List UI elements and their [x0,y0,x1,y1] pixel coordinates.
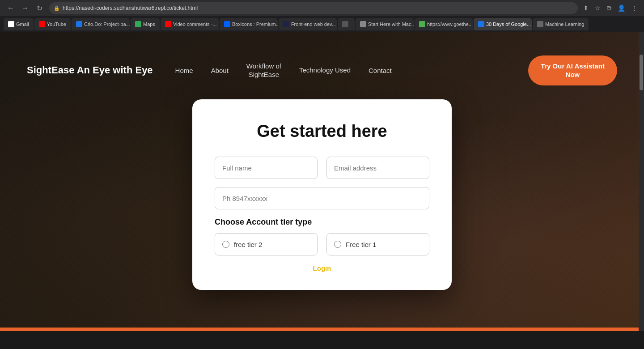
lock-icon: 🔒 [54,5,60,11]
tab-mac[interactable]: Start Here with Mac... [356,18,414,30]
tab-mdn-label: Front-end web dev... [291,21,336,27]
cta-line2: Now [566,71,580,78]
nav-links: Home About Workflow of SightEase Technol… [175,62,528,79]
tab-globe[interactable] [338,18,355,30]
nav-workflow-line2: SightEase [249,70,279,79]
navbar: SightEase An Eye with Eye Home About Wor… [0,50,644,90]
tab-machine[interactable]: Machine Learning [533,18,589,30]
nav-contact[interactable]: Contact [369,67,392,74]
favicon-mac [360,21,366,27]
phone-input[interactable] [215,187,429,209]
tab-youtube[interactable]: YouTube [34,18,71,30]
form-card-wrapper: Get started here Choose Account tier typ… [0,90,644,290]
site-logo: SightEase An Eye with Eye [27,64,153,76]
email-input[interactable] [326,157,429,179]
tab-google30-label: 30 Days of Google... [486,21,531,27]
footer-bar [0,328,644,331]
profile-icon[interactable]: 👤 [616,4,627,13]
tier-option-2[interactable]: Free tier 1 [326,233,429,255]
favicon-crio [76,21,82,27]
favicon-youtube [39,21,45,27]
favicon-maps [135,21,141,27]
forward-button[interactable]: → [19,2,31,14]
browser-chrome: ← → ↻ 🔒 https://nasedi-coders.sudhanshut… [0,0,644,32]
tier-label-1: free tier 2 [234,241,262,248]
tier-options: free tier 2 Free tier 1 [215,233,429,255]
favicon-mdn [283,21,289,27]
more-icon[interactable]: ⋮ [630,4,640,13]
address-bar[interactable]: 🔒 https://nasedi-coders.sudhanshutiwar6.… [49,2,578,14]
tab-machine-label: Machine Learning [545,21,584,27]
nav-about[interactable]: About [211,67,229,74]
toolbar-actions: ⬆ ☆ ⧉ 👤 ⋮ [581,4,640,13]
tab-video[interactable]: Video comments -... [161,18,219,30]
tab-crio[interactable]: Crio.Do: Project-ba... [72,18,130,30]
tab-gmail[interactable]: Gmail [4,18,34,30]
tier-radio-1[interactable] [222,241,229,248]
tab-boxicons[interactable]: Boxicons : Premium... [220,18,278,30]
login-link[interactable]: Login [215,264,429,272]
tab-crio-label: Crio.Do: Project-ba... [84,21,130,27]
fullname-input[interactable] [215,157,318,179]
favicon-google30 [478,21,484,27]
tier-option-1[interactable]: free tier 2 [215,233,318,255]
back-button[interactable]: ← [4,2,17,14]
scrollbar[interactable] [639,32,644,331]
scrollbar-thumb[interactable] [640,55,643,90]
tier-radio-2[interactable] [334,241,341,248]
tab-youtube-label: YouTube [47,21,66,27]
tab-video-label: Video comments -... [173,21,217,27]
form-card: Get started here Choose Account tier typ… [192,99,452,290]
tab-maps-label: Maps [143,21,155,27]
tab-boxicons-label: Boxicons : Premium... [232,21,278,27]
tab-mac-label: Start Here with Mac... [368,21,414,27]
cta-button[interactable]: Try Our AI Assistant Now [528,55,617,85]
favicon-globe [342,21,348,27]
nav-tech-line1: Technology Used [299,66,351,75]
site-wrapper: 👤 Welcome to SightEase SightEase An Eye … [0,32,644,331]
cta-line1: Try Our AI Assistant [541,62,605,70]
nav-home[interactable]: Home [175,67,193,74]
favicon-machine [537,21,543,27]
nav-workflow[interactable]: Workflow of SightEase [246,62,281,79]
tab-goethe[interactable]: https://www.goethe... [415,18,473,30]
nav-workflow-line1: Workflow of [246,62,281,71]
extensions-icon[interactable]: ⧉ [605,4,613,13]
tab-gmail-label: Gmail [16,21,29,27]
form-row-phone [215,187,429,209]
favicon-boxicons [224,21,230,27]
tabs-bar: Gmail YouTube Crio.Do: Project-ba... Map… [0,16,644,32]
browser-toolbar: ← → ↻ 🔒 https://nasedi-coders.sudhanshut… [0,0,644,16]
nav-buttons: ← → ↻ [4,2,46,14]
favicon-gmail [8,21,14,27]
tab-google30[interactable]: 30 Days of Google... [474,18,532,30]
tab-goethe-label: https://www.goethe... [427,21,473,27]
form-title: Get started here [215,122,429,141]
tier-label: Choose Account tier type [215,217,429,227]
share-icon[interactable]: ⬆ [581,4,590,13]
tab-maps[interactable]: Maps [131,18,160,30]
form-row-name-email [215,157,429,179]
favicon-video [165,21,171,27]
tier-label-2: Free tier 1 [346,241,376,248]
reload-button[interactable]: ↻ [33,2,46,14]
bookmark-icon[interactable]: ☆ [593,4,602,13]
tab-mdn[interactable]: Front-end web dev... [279,18,337,30]
address-text: https://nasedi-coders.sudhanshutiwar6.re… [63,5,198,11]
favicon-goethe [419,21,425,27]
nav-technology[interactable]: Technology Used [299,66,351,75]
